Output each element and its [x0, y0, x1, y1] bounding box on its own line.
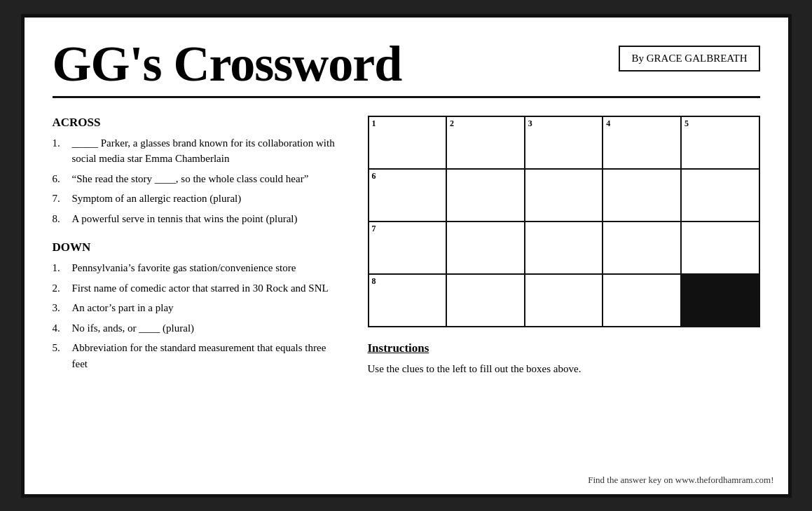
grid-cell[interactable]: 5 — [681, 116, 759, 169]
grid-cell[interactable] — [446, 222, 525, 274]
grid-cell[interactable] — [525, 169, 603, 222]
clue-text: No ifs, ands, or ____ (plural) — [72, 320, 195, 336]
grid-cell[interactable] — [681, 169, 759, 222]
footer-text: Find the answer key on www.thefordhamram… — [588, 475, 773, 486]
cell-number: 3 — [528, 119, 532, 128]
grid-cell[interactable]: 2 — [446, 116, 525, 169]
grid-cell[interactable] — [681, 222, 759, 274]
header: GG's Crossword By GRACE GALBREATH — [53, 39, 760, 98]
grid-cell[interactable]: 7 — [369, 222, 447, 274]
clue-number: 1. — [53, 260, 72, 276]
right-panel: 12345678 Instructions Use the clues to t… — [368, 116, 760, 386]
grid-cell[interactable] — [446, 274, 525, 327]
clue-number: 2. — [53, 280, 72, 297]
clue-text: A powerful serve in tennis that wins the… — [72, 211, 298, 227]
page-title: GG's Crossword — [53, 39, 402, 89]
clue-number: 3. — [53, 300, 72, 316]
clue-number: 4. — [53, 320, 72, 336]
clue-number: 5. — [53, 340, 72, 356]
cell-number: 1 — [372, 119, 376, 128]
grid-cell[interactable] — [446, 169, 525, 222]
down-clues: 1.Pennsylvania’s favorite gas station/co… — [53, 260, 340, 372]
across-label: ACROSS — [53, 116, 340, 130]
instructions-text: Use the clues to the left to fill out th… — [368, 361, 760, 377]
instructions-title: Instructions — [368, 341, 760, 355]
list-item: 3.An actor’s part in a play — [53, 300, 340, 316]
main-content: ACROSS 1._____ Parker, a glasses brand k… — [53, 116, 760, 386]
clue-number: 7. — [53, 191, 72, 207]
grid-cell[interactable]: 8 — [369, 274, 447, 327]
crossword-grid: 12345678 — [368, 116, 760, 327]
clue-number: 6. — [53, 171, 72, 187]
crossword-page: GG's Crossword By GRACE GALBREATH ACROSS… — [21, 14, 792, 498]
grid-cell[interactable] — [603, 274, 681, 327]
cell-number: 6 — [372, 172, 376, 180]
across-clues: 1._____ Parker, a glasses brand known fo… — [53, 135, 340, 227]
clue-text: First name of comedic actor that starred… — [72, 280, 329, 297]
clue-text: “She read the story ____, so the whole c… — [72, 171, 309, 187]
byline-box: By GRACE GALBREATH — [619, 46, 759, 71]
list-item: 4.No ifs, ands, or ____ (plural) — [53, 320, 340, 336]
grid-cell[interactable] — [603, 222, 681, 274]
grid-cell[interactable]: 4 — [603, 116, 681, 169]
grid-cell[interactable]: 6 — [369, 169, 447, 222]
grid-cell[interactable] — [525, 222, 603, 274]
list-item: 8.A powerful serve in tennis that wins t… — [53, 211, 340, 227]
list-item: 6.“She read the story ____, so the whole… — [53, 171, 340, 187]
clue-text: Symptom of an allergic reaction (plural) — [72, 191, 242, 207]
list-item: 1.Pennsylvania’s favorite gas station/co… — [53, 260, 340, 276]
clue-text: An actor’s part in a play — [72, 300, 174, 316]
list-item: 1._____ Parker, a glasses brand known fo… — [53, 135, 340, 167]
clue-text: Abbreviation for the standard measuremen… — [72, 340, 340, 372]
cell-number: 7 — [372, 224, 376, 233]
down-label: DOWN — [53, 240, 340, 254]
grid-cell[interactable] — [681, 274, 759, 327]
grid-cell[interactable]: 1 — [369, 116, 447, 169]
clues-section: ACROSS 1._____ Parker, a glasses brand k… — [53, 116, 340, 386]
grid-cell[interactable] — [525, 274, 603, 327]
grid-cell[interactable] — [603, 169, 681, 222]
clue-number: 1. — [53, 135, 72, 151]
list-item: 5.Abbreviation for the standard measurem… — [53, 340, 340, 372]
clue-text: _____ Parker, a glasses brand known for … — [72, 135, 340, 167]
cell-number: 5 — [684, 119, 689, 128]
list-item: 2.First name of comedic actor that starr… — [53, 280, 340, 297]
clue-number: 8. — [53, 211, 72, 227]
clue-text: Pennsylvania’s favorite gas station/conv… — [72, 260, 296, 276]
grid-cell[interactable]: 3 — [525, 116, 603, 169]
list-item: 7.Symptom of an allergic reaction (plura… — [53, 191, 340, 207]
cell-number: 4 — [606, 119, 610, 128]
cell-number: 8 — [372, 277, 376, 285]
cell-number: 2 — [450, 119, 454, 128]
grid-wrapper: 12345678 — [368, 116, 760, 327]
